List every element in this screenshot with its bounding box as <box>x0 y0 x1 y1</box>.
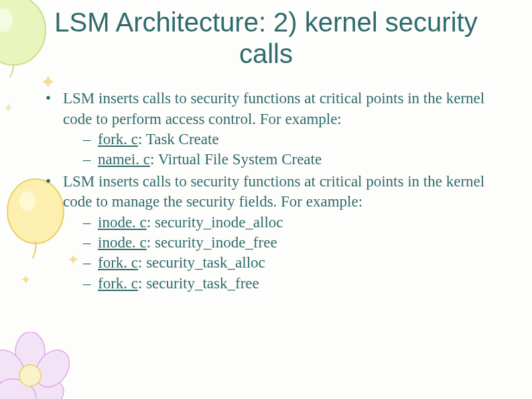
file-desc: : security_task_free <box>138 275 259 292</box>
list-item: fork. c: security_task_alloc <box>86 253 505 273</box>
list-item: namei. c: Virtual File System Create <box>86 150 505 170</box>
file-name: inode. c <box>98 234 147 251</box>
list-item: LSM inserts calls to security functions … <box>51 89 505 170</box>
bullet-list: LSM inserts calls to security functions … <box>27 89 505 294</box>
file-desc: : Virtual File System Create <box>150 151 322 168</box>
list-item: inode. c: security_inode_free <box>86 233 505 253</box>
bullet-text: LSM inserts calls to security functions … <box>63 173 484 210</box>
file-name: fork. c <box>98 254 138 271</box>
list-item: LSM inserts calls to security functions … <box>51 172 505 294</box>
sub-list: inode. c: security_inode_alloc inode. c:… <box>63 213 505 294</box>
list-item: fork. c: security_task_free <box>86 274 505 294</box>
bullet-text: LSM inserts calls to security functions … <box>63 90 484 127</box>
file-desc: : Task Create <box>138 131 219 148</box>
list-item: fork. c: Task Create <box>86 129 505 150</box>
file-name: fork. c <box>98 131 138 148</box>
file-desc: : security_task_alloc <box>138 254 265 271</box>
sub-list: fork. c: Task Create namei. c: Virtual F… <box>63 129 505 170</box>
flower-decoration <box>0 332 74 399</box>
file-desc: : security_inode_alloc <box>147 214 283 231</box>
slide-content: LSM Architecture: 2) kernel security cal… <box>0 0 532 294</box>
file-name: namei. c <box>98 151 150 168</box>
list-item: inode. c: security_inode_alloc <box>86 213 505 233</box>
file-name: inode. c <box>98 214 147 231</box>
slide-title: LSM Architecture: 2) kernel security cal… <box>27 7 505 70</box>
file-name: fork. c <box>98 275 138 292</box>
file-desc: : security_inode_free <box>147 234 277 251</box>
svg-point-9 <box>19 365 41 386</box>
